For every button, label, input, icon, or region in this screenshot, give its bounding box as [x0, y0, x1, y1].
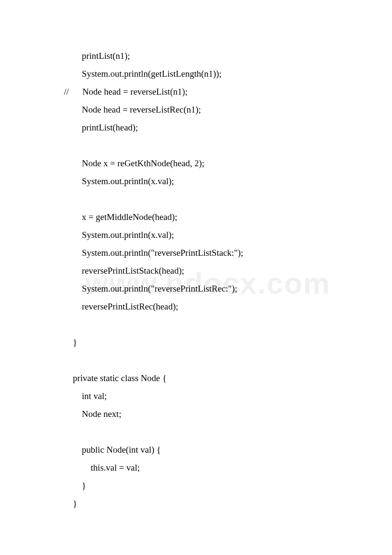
- code-line: }: [64, 477, 328, 494]
- code-line: public Node(int val) {: [64, 441, 328, 459]
- code-line: [64, 136, 328, 154]
- code-content: printList(n1); System.out.println(getLis…: [64, 47, 328, 512]
- code-line: this.val = val;: [64, 459, 328, 477]
- code-line: // Node head = reverseList(n1);: [64, 83, 328, 101]
- code-line: [64, 351, 328, 369]
- code-line: Node x = reGetKthNode(head, 2);: [64, 154, 328, 172]
- code-line: printList(n1);: [64, 47, 328, 65]
- code-line: reversePrintListRec(head);: [64, 298, 328, 315]
- code-line: System.out.println("reversePrintListRec:…: [64, 280, 328, 298]
- code-line: }: [64, 333, 328, 351]
- code-line: int val;: [64, 387, 328, 405]
- code-line: private static class Node {: [64, 369, 328, 387]
- code-line: printList(head);: [64, 119, 328, 136]
- code-line: Node head = reverseListRec(n1);: [64, 101, 328, 119]
- code-line: [64, 315, 328, 333]
- code-line: System.out.println("reversePrintListStac…: [64, 244, 328, 262]
- code-line: System.out.println(getListLength(n1));: [64, 65, 328, 83]
- code-line: [64, 423, 328, 441]
- code-line: }: [64, 494, 328, 512]
- code-line: System.out.println(x.val);: [64, 226, 328, 244]
- code-line: System.out.println(x.val);: [64, 172, 328, 190]
- code-line: x = getMiddleNode(head);: [64, 208, 328, 226]
- code-line: Node next;: [64, 405, 328, 423]
- code-line: [64, 190, 328, 208]
- code-line: reversePrintListStack(head);: [64, 262, 328, 280]
